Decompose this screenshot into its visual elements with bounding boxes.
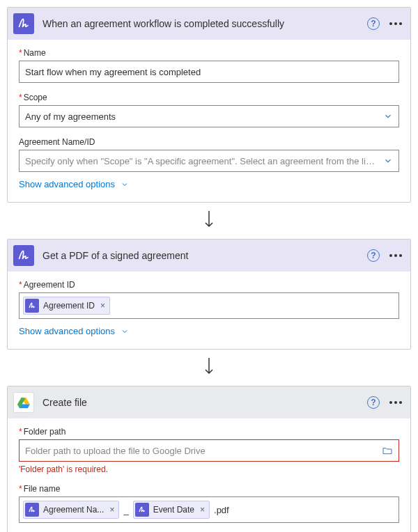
agreement-name-label: Agreement Name/ID (19, 137, 399, 147)
help-icon[interactable]: ? (367, 249, 380, 262)
adobe-sign-icon (25, 299, 39, 313)
token-remove[interactable]: × (200, 505, 205, 515)
agreement-id-label: Agreement ID (19, 280, 399, 290)
help-icon[interactable]: ? (367, 396, 380, 409)
step3-title: Create file (42, 397, 359, 408)
token-agreement-id[interactable]: Agreement ID × (23, 297, 110, 315)
connector-arrow (7, 203, 411, 239)
folder-path-error: 'Folder path' is required. (19, 464, 399, 474)
step-get-pdf: Get a PDF of a signed agreement ? Agreem… (7, 239, 411, 350)
chevron-down-icon (121, 180, 129, 189)
token-agreement-name[interactable]: Agreement Na... × (23, 501, 119, 519)
token-remove[interactable]: × (100, 301, 105, 311)
folder-path-label: Folder path (19, 427, 399, 437)
step-agreement-completed: When an agreement workflow is completed … (7, 7, 411, 203)
token-event-date[interactable]: Event Date × (133, 501, 210, 519)
folder-path-input[interactable]: Folder path to upload the file to Google… (19, 439, 399, 462)
google-drive-icon (13, 392, 34, 413)
help-icon[interactable]: ? (367, 17, 380, 30)
scope-select[interactable]: Any of my agreements (19, 105, 399, 127)
file-name-input[interactable]: Agreement Na... × _ Event Date × .pdf (19, 496, 399, 523)
connector-arrow (7, 350, 411, 386)
step1-header[interactable]: When an agreement workflow is completed … (8, 8, 410, 40)
folder-picker-icon[interactable] (382, 445, 393, 456)
show-advanced-options[interactable]: Show advanced options (19, 323, 399, 338)
step1-title: When an agreement workflow is completed … (42, 18, 359, 29)
chevron-down-icon (383, 111, 393, 121)
adobe-sign-icon (135, 503, 149, 517)
token-remove[interactable]: × (109, 505, 114, 515)
name-input[interactable] (19, 61, 399, 83)
agreement-id-input[interactable]: Agreement ID × (19, 292, 399, 319)
file-name-label: File name (19, 484, 399, 494)
chevron-down-icon (383, 156, 393, 166)
scope-label: Scope (19, 93, 399, 102)
step2-title: Get a PDF of a signed agreement (42, 250, 359, 261)
agreement-name-select[interactable]: Specify only when "Scope" is "A specific… (19, 150, 399, 172)
adobe-sign-icon (13, 245, 34, 266)
step3-header[interactable]: Create file ? (8, 386, 410, 418)
agreement-name-placeholder: Specify only when "Scope" is "A specific… (25, 156, 378, 166)
separator-text: _ (123, 505, 128, 515)
chevron-down-icon (121, 327, 129, 336)
more-menu[interactable] (389, 254, 402, 257)
step-create-file: Create file ? Folder path Folder path to… (7, 386, 411, 532)
more-menu[interactable] (389, 401, 402, 404)
folder-path-placeholder: Folder path to upload the file to Google… (25, 446, 376, 456)
show-advanced-options[interactable]: Show advanced options (19, 176, 399, 191)
scope-value: Any of my agreements (25, 111, 116, 122)
more-menu[interactable] (389, 22, 402, 25)
adobe-sign-icon (13, 13, 34, 34)
step2-header[interactable]: Get a PDF of a signed agreement ? (8, 240, 410, 272)
name-label: Name (19, 48, 399, 58)
suffix-text: .pdf (214, 505, 229, 515)
adobe-sign-icon (25, 503, 39, 517)
